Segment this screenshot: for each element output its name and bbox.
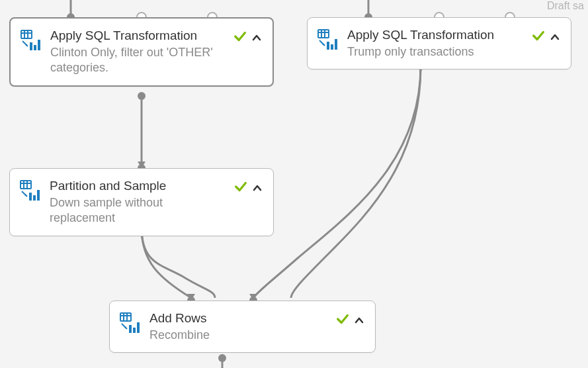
svg-marker-15	[249, 294, 257, 300]
status-success-icon	[233, 29, 247, 46]
node-description: Down sample without replacement	[50, 195, 227, 226]
node-title: Partition and Sample	[50, 178, 227, 194]
module-icon	[20, 29, 42, 54]
svg-rect-39	[33, 195, 36, 201]
node-sql-transformation-clinton[interactable]: Apply SQL Transformation Clinton Only, f…	[9, 17, 274, 87]
svg-rect-46	[129, 325, 132, 333]
module-icon	[317, 28, 339, 54]
svg-rect-33	[21, 181, 31, 189]
svg-rect-40	[37, 190, 40, 201]
svg-rect-48	[137, 322, 140, 333]
svg-rect-25	[318, 30, 329, 38]
node-add-rows[interactable]: Add Rows Recombine	[109, 300, 376, 353]
status-success-icon	[531, 28, 546, 46]
svg-rect-32	[335, 39, 337, 50]
svg-rect-30	[327, 42, 329, 50]
svg-rect-24	[38, 40, 40, 50]
collapse-toggle-icon[interactable]	[251, 32, 262, 43]
node-sql-transformation-trump[interactable]: Apply SQL Transformation Trump only tran…	[307, 17, 571, 69]
svg-point-13	[218, 354, 226, 362]
draft-status-label: Draft sa	[547, 0, 584, 12]
svg-rect-22	[30, 42, 32, 50]
svg-marker-14	[187, 294, 195, 300]
svg-rect-41	[120, 313, 131, 321]
svg-rect-38	[29, 193, 32, 201]
module-icon	[119, 312, 142, 337]
pipeline-canvas[interactable]: Apply SQL Transformation Clinton Only, f…	[0, 0, 588, 368]
svg-rect-47	[133, 328, 136, 333]
node-partition-and-sample[interactable]: Partition and Sample Down sample without…	[9, 168, 274, 236]
collapse-toggle-icon[interactable]	[354, 315, 364, 326]
node-description: Trump only transactions	[347, 44, 525, 60]
svg-rect-31	[331, 44, 333, 50]
status-success-icon	[233, 179, 248, 197]
svg-rect-17	[21, 30, 32, 38]
node-description: Clinton Only, filter out 'OTHER' categor…	[50, 45, 226, 76]
svg-marker-16	[138, 161, 146, 168]
node-description: Recombine	[149, 328, 329, 343]
node-title: Apply SQL Transformation	[50, 28, 226, 44]
node-title: Apply SQL Transformation	[347, 27, 525, 43]
svg-point-6	[138, 92, 146, 100]
module-icon	[19, 179, 42, 205]
svg-rect-23	[34, 45, 36, 50]
collapse-toggle-icon[interactable]	[550, 32, 560, 42]
collapse-toggle-icon[interactable]	[252, 183, 263, 193]
node-title: Add Rows	[149, 310, 329, 326]
status-success-icon	[335, 312, 350, 329]
